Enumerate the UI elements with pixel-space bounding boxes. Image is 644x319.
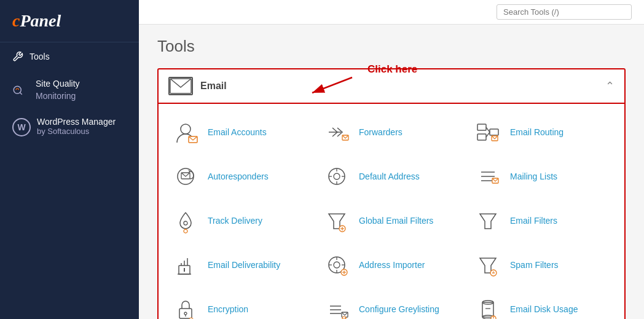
configure-greylisting-label: Configure Greylisting xyxy=(359,304,439,314)
click-here-text: Click here xyxy=(367,63,417,75)
forwarders-label: Forwarders xyxy=(359,127,402,137)
wp-icon: W xyxy=(12,118,31,136)
svg-marker-31 xyxy=(480,214,496,229)
address-importer-icon xyxy=(323,251,350,278)
svg-line-11 xyxy=(486,132,490,137)
email-disk-usage-label: Email Disk Usage xyxy=(510,304,578,314)
svg-point-25 xyxy=(184,221,187,225)
email-disk-usage-icon xyxy=(474,296,501,319)
encryption-label: Encryption xyxy=(208,304,248,314)
autoresponders-label: Autoresponders xyxy=(208,171,269,181)
address-importer-label: Address Importer xyxy=(359,260,425,270)
svg-line-10 xyxy=(486,127,490,132)
tools-grid: Email Accounts Forwarders xyxy=(159,104,624,319)
sqm-label: Site Quality Monitoring xyxy=(36,78,80,102)
sidebar-tools-label: Tools xyxy=(29,52,50,61)
tool-configure-greylisting[interactable]: Configure Greylisting xyxy=(316,287,467,319)
track-delivery-icon xyxy=(172,207,199,234)
tool-global-email-filters[interactable]: Global Email Filters xyxy=(316,199,467,243)
email-section-header[interactable]: Email Click here ⌃ xyxy=(159,69,624,104)
tool-forwarders[interactable]: Forwarders xyxy=(316,110,467,154)
main-content: Tools Email Click here xyxy=(139,0,644,319)
tool-email-filters[interactable]: Email Filters xyxy=(467,199,618,243)
tool-autoresponders[interactable]: Autoresponders xyxy=(165,154,316,199)
wp-label: WordPress Manager by Softaculous xyxy=(37,117,116,136)
tool-default-address[interactable]: Default Address xyxy=(316,154,467,199)
forwarders-icon xyxy=(323,119,350,146)
search-input[interactable] xyxy=(497,4,632,20)
configure-greylisting-icon xyxy=(323,296,350,319)
email-envelope-icon xyxy=(170,78,192,94)
global-email-filters-icon xyxy=(323,207,350,234)
sidebar-item-tools[interactable]: Tools xyxy=(0,42,139,71)
sidebar: cPanel Tools Site Quality Monitoring W W… xyxy=(0,0,139,319)
tool-spam-filters[interactable]: Spam Filters xyxy=(467,243,618,287)
email-filters-icon xyxy=(474,207,501,234)
svg-rect-7 xyxy=(477,124,486,130)
tool-email-accounts[interactable]: Email Accounts xyxy=(165,110,316,154)
svg-point-53 xyxy=(184,312,187,315)
svg-rect-9 xyxy=(490,129,498,135)
default-address-icon xyxy=(323,163,350,190)
logo-area: cPanel xyxy=(0,0,139,42)
section-chevron: ⌃ xyxy=(605,79,615,93)
email-section-title: Email xyxy=(200,81,227,92)
sidebar-item-wordpress[interactable]: W WordPress Manager by Softaculous xyxy=(0,109,139,144)
cpanel-logo: cPanel xyxy=(12,11,127,31)
global-email-filters-label: Global Email Filters xyxy=(359,216,433,226)
email-accounts-label: Email Accounts xyxy=(208,127,267,137)
autoresponders-icon xyxy=(172,163,199,190)
click-here-annotation: Click here xyxy=(367,63,417,76)
svg-line-3 xyxy=(312,77,352,93)
tool-email-disk-usage[interactable]: Email Disk Usage xyxy=(467,287,618,319)
svg-point-39 xyxy=(334,262,340,268)
svg-rect-8 xyxy=(477,134,486,140)
mailing-lists-label: Mailing Lists xyxy=(510,171,557,181)
mailing-lists-icon xyxy=(474,163,501,190)
section-header-left: Email xyxy=(168,77,227,95)
track-delivery-label: Track Delivery xyxy=(208,216,262,226)
tool-email-routing[interactable]: Email Routing xyxy=(467,110,618,154)
svg-point-0 xyxy=(14,86,21,93)
spam-filters-icon xyxy=(474,251,501,278)
svg-point-51 xyxy=(493,271,494,272)
tools-icon xyxy=(12,51,23,62)
page-title: Tools xyxy=(157,37,626,56)
tool-email-deliverability[interactable]: Email Deliverability xyxy=(165,243,316,287)
svg-point-16 xyxy=(334,173,340,179)
email-routing-label: Email Routing xyxy=(510,127,564,137)
email-icon-box xyxy=(168,77,193,95)
search-quality-icon xyxy=(12,85,23,96)
svg-point-4 xyxy=(181,124,190,134)
email-accounts-icon xyxy=(172,119,199,146)
content-area: Tools Email Click here xyxy=(139,25,644,319)
tool-address-importer[interactable]: Address Importer xyxy=(316,243,467,287)
tool-track-delivery[interactable]: Track Delivery xyxy=(165,199,316,243)
tool-encryption[interactable]: Encryption xyxy=(165,287,316,319)
topbar xyxy=(139,0,644,25)
svg-point-26 xyxy=(184,229,187,233)
email-deliverability-label: Email Deliverability xyxy=(208,260,280,270)
svg-rect-52 xyxy=(179,309,192,318)
encryption-icon xyxy=(172,296,199,319)
default-address-label: Default Address xyxy=(359,171,420,181)
annotation-arrow xyxy=(306,74,355,99)
email-filters-label: Email Filters xyxy=(510,216,557,226)
spam-filters-label: Spam Filters xyxy=(510,260,559,270)
email-section: Email Click here ⌃ xyxy=(157,68,626,319)
sidebar-item-site-quality[interactable]: Site Quality Monitoring xyxy=(0,71,139,109)
tool-mailing-lists[interactable]: Mailing Lists xyxy=(467,154,618,199)
email-routing-icon xyxy=(474,119,501,146)
email-deliverability-icon xyxy=(172,251,199,278)
